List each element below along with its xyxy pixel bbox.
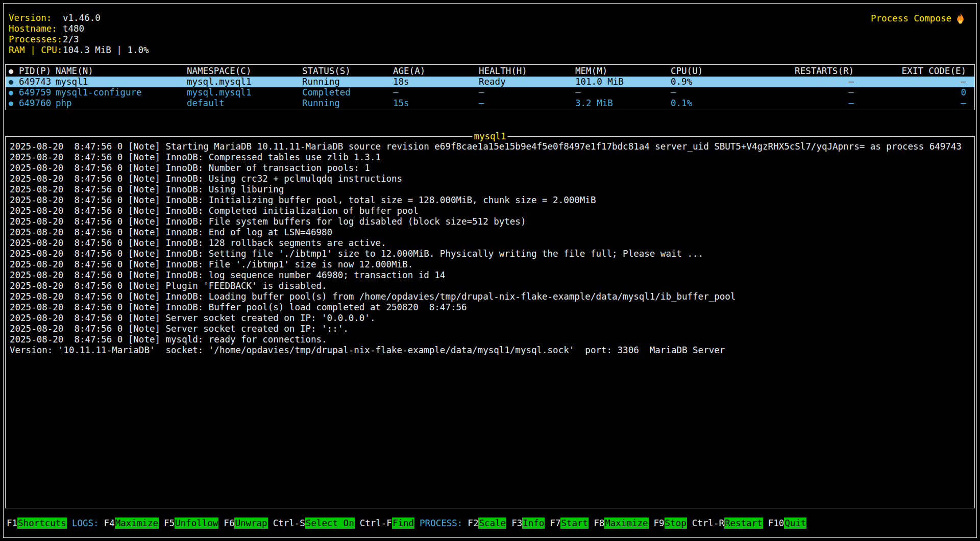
col-mem[interactable]: MEM(M): [575, 66, 671, 77]
process-row[interactable]: ● 649759 mysql1-configure mysql.mysql1 C…: [6, 87, 974, 98]
hostname-label: Hostname:: [9, 23, 63, 34]
shortcut-action[interactable]: Restart: [724, 518, 763, 529]
log-line: 2025-08-20 8:47:56 0 [Note] InnoDB: File…: [10, 259, 970, 270]
shortcut-key: F10: [768, 518, 785, 528]
shortcut-item: F9Stop: [654, 518, 687, 528]
process-age: 15s: [393, 98, 479, 109]
process-exit-code: –: [854, 77, 966, 87]
col-exit-code[interactable]: EXIT CODE(E): [854, 66, 966, 77]
log-line: 2025-08-20 8:47:56 0 [Note] InnoDB: Numb…: [10, 163, 970, 174]
shortcut-action[interactable]: Find: [392, 518, 414, 529]
process-mem: –: [575, 87, 671, 98]
shortcut-action[interactable]: Maximize: [115, 518, 159, 529]
process-age: 18s: [393, 77, 479, 87]
process-status: Running: [302, 77, 393, 87]
process-row[interactable]: ● 649743 mysql1 mysql.mysql1 Running 18s…: [6, 77, 974, 87]
process-restarts: –: [767, 87, 854, 98]
process-namespace: default: [187, 98, 302, 109]
shortcut-action[interactable]: Info: [522, 518, 545, 529]
shortcut-action[interactable]: Maximize: [604, 518, 648, 529]
app-header: Version:v1.46.0 Hostname:t480 Processes:…: [9, 13, 149, 56]
process-restarts: –: [767, 77, 854, 87]
version-line: Version:v1.46.0: [9, 13, 149, 23]
process-exit-code: 0: [854, 87, 966, 98]
processes-label: Processes:: [9, 34, 63, 45]
process-cpu: 0.9%: [671, 77, 767, 87]
shortcut-item: Ctrl-SSelect On: [273, 518, 355, 528]
processes-value: 2/3: [63, 34, 79, 44]
process-namespace: mysql.mysql1: [187, 77, 302, 87]
log-line: 2025-08-20 8:47:56 0 [Note] InnoDB: Load…: [10, 291, 970, 302]
shortcut-action[interactable]: Shortcuts: [17, 518, 67, 529]
process-exit-code: –: [854, 98, 966, 109]
shortcut-item: F4Maximize: [104, 518, 159, 528]
process-mem: 3.2 MiB: [575, 98, 671, 109]
app-title-text: Process Compose: [871, 13, 951, 24]
terminal-window: Version:v1.46.0 Hostname:t480 Processes:…: [3, 3, 977, 538]
process-age: –: [393, 87, 479, 98]
processes-line: Processes:2/3: [9, 34, 149, 45]
col-namespace[interactable]: NAMESPACE(C): [187, 66, 302, 77]
shortcut-item: F2Scale: [468, 518, 506, 528]
shortcut-action[interactable]: Quit: [784, 518, 806, 529]
shortcut-action[interactable]: Unfollow: [175, 518, 218, 529]
shortcut-action[interactable]: Select On: [305, 518, 355, 529]
log-line: 2025-08-20 8:47:56 0 [Note] mysqld: read…: [10, 334, 970, 345]
shortcut-action[interactable]: Unwrap: [234, 518, 267, 529]
shortcut-item: F8Maximize: [594, 518, 648, 528]
log-line: 2025-08-20 8:47:56 0 [Note] InnoDB: File…: [10, 216, 970, 227]
log-lines: 2025-08-20 8:47:56 0 [Note] Starting Mar…: [6, 137, 974, 356]
col-cpu[interactable]: CPU(U): [671, 66, 767, 77]
log-line: 2025-08-20 8:47:56 0 [Note] InnoDB: Sett…: [10, 249, 970, 259]
ram-cpu-line: RAM | CPU:104.3 MiB | 1.0%: [9, 45, 149, 56]
log-line: 2025-08-20 8:47:56 0 [Note] InnoDB: Usin…: [10, 174, 970, 184]
hostname-value: t480: [63, 23, 84, 34]
shortcut-action[interactable]: Start: [560, 518, 589, 529]
shortcut-key: Ctrl-F: [360, 518, 392, 528]
col-pid[interactable]: PID(P): [19, 66, 56, 77]
shortcut-item: F5Unfollow: [164, 518, 218, 528]
col-health[interactable]: HEALTH(H): [479, 66, 575, 77]
shortcut-item: F10Quit: [768, 518, 807, 528]
process-cpu: 0.1%: [671, 98, 767, 109]
shortcut-key: F9: [654, 518, 665, 528]
process-mem: 101.0 MiB: [575, 77, 671, 87]
shortcut-action[interactable]: Stop: [665, 518, 687, 529]
shortcut-action[interactable]: Scale: [478, 518, 506, 529]
process-row[interactable]: ● 649760 php default Running 15s – 3.2 M…: [6, 98, 974, 109]
process-pid: 649759: [19, 87, 56, 98]
col-age[interactable]: AGE(A): [393, 66, 479, 77]
process-cpu: –: [671, 87, 767, 98]
ram-cpu-value: 104.3 MiB | 1.0%: [63, 45, 149, 55]
shortcut-section-label: LOGS:: [72, 518, 99, 528]
app-title: Process Compose: [871, 13, 965, 24]
process-status-dot: ●: [6, 77, 19, 87]
shortcut-key: F6: [224, 518, 234, 528]
shortcut-key: Ctrl-S: [273, 518, 305, 528]
log-line: 2025-08-20 8:47:56 0 [Note] Server socke…: [10, 313, 970, 324]
shortcut-item: Ctrl-RRestart: [692, 518, 763, 528]
shortcut-key: F2: [468, 518, 478, 528]
log-line: 2025-08-20 8:47:56 0 [Note] Server socke…: [10, 324, 970, 334]
version-value: v1.46.0: [63, 13, 101, 23]
process-namespace: mysql.mysql1: [187, 87, 302, 98]
shortcut-bar: F1ShortcutsLOGS:F4MaximizeF5UnfollowF6Un…: [7, 518, 973, 529]
process-status-dot: ●: [6, 87, 19, 98]
shortcut-key: F4: [104, 518, 115, 528]
shortcut-item: Ctrl-FFind: [360, 518, 414, 528]
log-panel[interactable]: mysql1 2025-08-20 8:47:56 0 [Note] Start…: [5, 136, 975, 508]
process-name: php: [56, 98, 187, 109]
col-name[interactable]: NAME(N): [56, 66, 187, 77]
process-health: –: [479, 87, 575, 98]
col-restarts[interactable]: RESTARTS(R): [767, 66, 854, 77]
log-line: 2025-08-20 8:47:56 0 [Note] InnoDB: Comp…: [10, 206, 970, 216]
log-line: Version: '10.11.11-MariaDB' socket: '/ho…: [10, 345, 970, 356]
process-table-header: ● PID(P) NAME(N) NAMESPACE(C) STATUS(S) …: [6, 66, 974, 77]
shortcut-section-label: PROCESS:: [420, 518, 462, 528]
fire-icon: [955, 13, 965, 24]
col-status[interactable]: STATUS(S): [302, 66, 393, 77]
shortcut-key: F8: [594, 518, 604, 528]
process-restarts: –: [767, 98, 854, 109]
log-line: 2025-08-20 8:47:56 0 [Note] InnoDB: Init…: [10, 195, 970, 206]
log-line: 2025-08-20 8:47:56 0 [Note] Plugin 'FEED…: [10, 281, 970, 291]
